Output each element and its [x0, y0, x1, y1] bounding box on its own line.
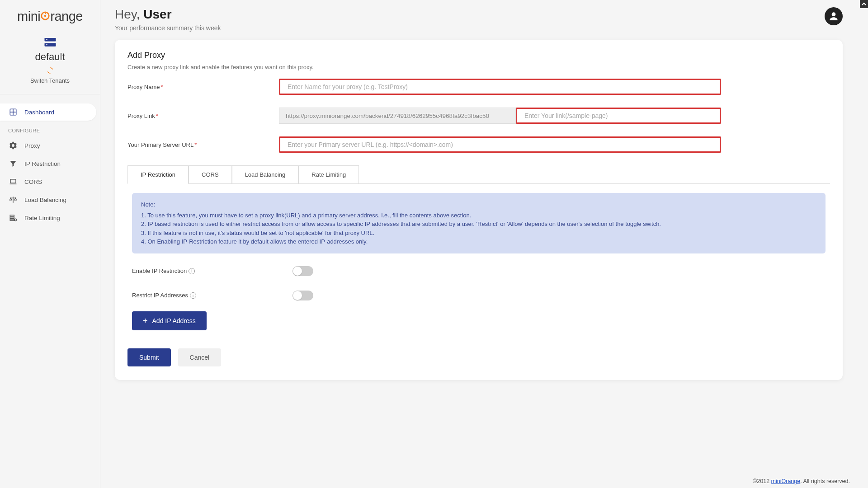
row-enable-ip: Enable IP Restriction i	[127, 263, 830, 280]
nav-item-label: Proxy	[24, 142, 40, 149]
card-title: Add Proxy	[127, 51, 830, 60]
primary-url-input[interactable]	[279, 136, 721, 153]
laptop-icon	[8, 178, 18, 186]
sync-icon[interactable]	[0, 66, 100, 75]
nav-dashboard-label: Dashboard	[24, 109, 54, 116]
greeting-prefix: Hey,	[115, 7, 143, 21]
main-content: Hey, User Your performance summary this …	[100, 0, 868, 488]
svg-rect-14	[10, 217, 14, 219]
nav-ip-restriction[interactable]: IP Restriction	[0, 155, 96, 172]
proxy-link-readonly: https://proxy.miniorange.com/backend/274…	[279, 108, 516, 124]
scroll-up-button[interactable]	[860, 0, 868, 8]
note-box: Note: 1. To use this feature, you must h…	[132, 193, 826, 253]
footer-rest: . All rights reserved.	[800, 478, 850, 484]
tab-ip-restriction[interactable]: IP Restriction	[127, 165, 189, 184]
note-line: 4. On Enabling IP-Restriction feature it…	[141, 237, 816, 246]
svg-point-17	[832, 12, 836, 16]
footer-link[interactable]: miniOrange	[771, 478, 801, 484]
row-proxy-link: Proxy Link* https://proxy.miniorange.com…	[127, 108, 830, 124]
gear-icon	[8, 141, 18, 150]
brand-logo: minirange	[0, 5, 100, 33]
tab-load-balancing[interactable]: Load Balancing	[232, 165, 299, 183]
row-restrict-ip: Restrict IP Addresses i	[127, 287, 830, 304]
topbar: Hey, User Your performance summary this …	[115, 7, 843, 32]
restrict-ip-toggle[interactable]	[292, 291, 313, 300]
rate-icon	[8, 214, 18, 222]
feature-tabs: IP Restriction CORS Load Balancing Rate …	[127, 165, 830, 183]
note-title: Note:	[141, 200, 816, 209]
tab-body: Note: 1. To use this feature, you must h…	[127, 183, 830, 330]
info-icon[interactable]: i	[190, 292, 196, 299]
nav-proxy[interactable]: Proxy	[0, 137, 96, 154]
footer-year: ©2012	[753, 478, 771, 484]
greeting: Hey, User Your performance summary this …	[115, 7, 221, 32]
nav-cors[interactable]: CORS	[0, 173, 96, 190]
filter-icon	[8, 160, 18, 168]
proxy-name-input[interactable]	[279, 79, 721, 95]
brand-o-icon	[40, 11, 50, 21]
tenant-box: default Switch Tenants	[0, 33, 100, 94]
svg-point-1	[44, 15, 47, 17]
tab-rate-limiting[interactable]: Rate Limiting	[298, 165, 359, 183]
nav-dashboard[interactable]: Dashboard	[0, 103, 96, 121]
add-proxy-card: Add Proxy Create a new proxy link and en…	[115, 40, 843, 380]
dashboard-icon	[8, 108, 18, 116]
enable-ip-toggle[interactable]	[292, 266, 313, 276]
nav-item-label: Load Balancing	[24, 197, 66, 203]
proxy-name-label: Proxy Name	[127, 84, 160, 90]
restrict-ip-label: Restrict IP Addresses	[132, 292, 188, 299]
switch-tenants-label[interactable]: Switch Tenants	[0, 77, 100, 84]
nav-rate-limiting[interactable]: Rate Limiting	[0, 209, 96, 226]
svg-rect-9	[10, 179, 16, 183]
nav-item-label: CORS	[24, 178, 42, 185]
greeting-sub: Your performance summary this week	[115, 24, 221, 32]
tenant-name: default	[0, 51, 100, 63]
note-line: 3. If this feature is not in use, it's s…	[141, 229, 816, 238]
add-ip-label: Add IP Address	[152, 317, 196, 324]
tab-cors[interactable]: CORS	[189, 165, 232, 183]
plus-icon: +	[143, 317, 148, 325]
primary-url-label: Your Primary Server URL	[127, 141, 193, 148]
svg-rect-15	[10, 219, 14, 221]
add-ip-button[interactable]: + Add IP Address	[132, 311, 207, 330]
row-primary-url: Your Primary Server URL*	[127, 136, 830, 153]
svg-rect-13	[10, 215, 14, 216]
brand-part2: range	[50, 9, 83, 23]
nav-configure-header: CONFIGURE	[0, 122, 100, 136]
note-line: 1. To use this feature, you must have to…	[141, 211, 816, 220]
user-avatar[interactable]	[825, 7, 843, 25]
info-icon[interactable]: i	[189, 268, 195, 274]
submit-button[interactable]: Submit	[127, 348, 171, 366]
brand-part1: mini	[17, 9, 40, 23]
form-actions: Submit Cancel	[127, 348, 830, 366]
card-desc: Create a new proxy link and enable the f…	[127, 64, 830, 70]
enable-ip-label: Enable IP Restriction	[132, 267, 187, 274]
greeting-name: User	[143, 7, 171, 21]
svg-point-5	[46, 44, 47, 46]
note-line: 2. IP based restriction is used to eithe…	[141, 220, 816, 229]
footer: ©2012 miniOrange. All rights reserved.	[753, 478, 850, 484]
nav-item-label: IP Restriction	[24, 160, 61, 167]
proxy-link-input[interactable]	[516, 108, 721, 124]
proxy-link-label: Proxy Link	[127, 113, 155, 119]
svg-point-4	[46, 39, 47, 41]
nav: Dashboard CONFIGURE Proxy IP Restriction…	[0, 94, 100, 227]
row-proxy-name: Proxy Name*	[127, 79, 830, 95]
nav-item-label: Rate Limiting	[24, 215, 60, 221]
nav-load-balancing[interactable]: Load Balancing	[0, 191, 96, 208]
balance-icon	[8, 196, 18, 204]
sidebar: minirange default Switch Tenants Dashboa…	[0, 0, 100, 488]
server-icon	[0, 37, 100, 48]
svg-point-16	[14, 219, 17, 221]
cancel-button[interactable]: Cancel	[178, 348, 222, 366]
